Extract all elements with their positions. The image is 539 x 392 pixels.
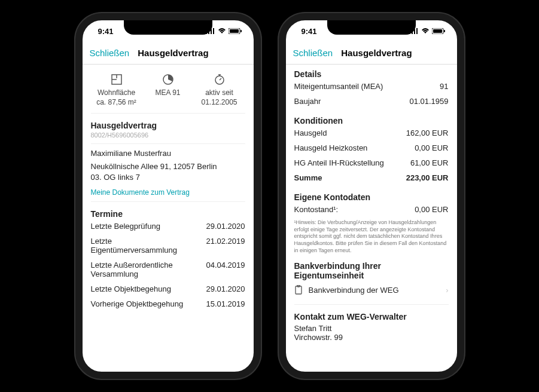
conditions-heading: Konditionen: [294, 116, 449, 125]
conditions-sum: Summe223,00 EUR: [294, 170, 449, 185]
chevron-right-icon: ›: [446, 286, 448, 295]
list-item: Letzte Objektbegehung29.01.2020: [91, 281, 245, 296]
divider: [294, 304, 449, 305]
list-item: Letzte Eigentümerversammlung21.02.2019: [91, 234, 245, 258]
divider: [91, 201, 245, 202]
svg-rect-3: [213, 28, 214, 34]
contract-address: Neuköllnische Allee 91, 12057 Berlin 03.…: [91, 161, 245, 182]
list-item: Letzte Außerordentliche Versammlung04.04…: [91, 258, 245, 281]
phone-right: 9:41 Schließen Hausgeldvertrag Details M…: [279, 13, 464, 379]
notch: [124, 20, 212, 35]
status-time: 9:41: [98, 27, 114, 36]
dates-heading: Termine: [91, 209, 245, 219]
status-time: 9:41: [302, 27, 317, 36]
divider: [91, 143, 245, 144]
account-balance: Kontostand¹:0,00 EUR: [294, 202, 449, 217]
pie-icon: [142, 73, 194, 86]
contact-name: Stefan Tritt: [294, 324, 449, 333]
page-title: Hausgeldvertrag: [341, 48, 412, 58]
nav-bar: Schließen Hausgeldvertrag: [286, 42, 457, 65]
account-heading: Eigene Kontodaten: [294, 192, 449, 202]
contract-holder: Maximiliane Musterfrau: [91, 149, 245, 158]
close-button[interactable]: Schließen: [293, 48, 333, 58]
stat-area-value: ca. 87,56 m²: [91, 98, 142, 108]
contract-id: 8002/H5696005696: [91, 131, 245, 139]
list-item: Baujahr01.01.1959: [294, 94, 449, 109]
battery-icon: [432, 28, 445, 34]
bank-heading: Bankverbindung Ihrer Eigentumseinheit: [294, 261, 449, 280]
stat-mea: MEA 91: [142, 73, 194, 107]
wifi-icon: [218, 28, 226, 34]
phone-left: 9:41 Schließen Hausgeldvertrag Wohnfläch…: [75, 13, 261, 379]
svg-rect-21: [444, 30, 445, 32]
list-item: Hausgeld162,00 EUR: [294, 125, 449, 140]
list-item: HG Anteil IH-Rückstellung61,00 EUR: [294, 155, 449, 170]
stat-area-label: Wohnfläche: [91, 88, 142, 98]
close-button[interactable]: Schließen: [90, 48, 130, 58]
documents-link[interactable]: Meine Dokumente zum Vertrag: [91, 188, 245, 197]
stopwatch-icon: [194, 73, 245, 86]
details-heading: Details: [294, 69, 449, 79]
bank-link-label: Bankverbindung der WEG: [309, 286, 399, 295]
floorplan-icon: [91, 73, 142, 86]
stat-area: Wohnfläche ca. 87,56 m²: [91, 73, 142, 107]
stat-active: aktiv seit 01.12.2005: [194, 73, 245, 107]
nav-bar: Schließen Hausgeldvertrag: [83, 42, 254, 65]
page-title: Hausgeldvertrag: [138, 48, 208, 58]
content-right: Details Miteigentumsanteil (MEA)91 Bauja…: [286, 65, 457, 372]
contact-address: Virchowstr. 99: [294, 333, 449, 342]
summary-stats: Wohnfläche ca. 87,56 m² MEA 91 aktiv sei…: [91, 65, 245, 114]
content-left: Wohnfläche ca. 87,56 m² MEA 91 aktiv sei…: [83, 65, 254, 372]
list-item: Hausgeld Heizkosten0,00 EUR: [294, 140, 449, 155]
battery-icon: [229, 28, 242, 34]
bank-link[interactable]: Bankverbindung der WEG ›: [294, 280, 449, 299]
account-hint: ¹Hinweis: Die Verbuchung/Anzeige von Hau…: [294, 219, 449, 254]
dates-list: Letzte Belegprüfung29.01.2020 Letzte Eig…: [91, 219, 245, 311]
contact-heading: Kontakt zum WEG-Verwalter: [294, 312, 449, 321]
list-item: Vorherige Objektbegehung15.01.2019: [91, 296, 245, 311]
list-item: Letzte Belegprüfung29.01.2020: [91, 219, 245, 234]
contract-heading: Hausgeldvertrag: [91, 121, 245, 130]
svg-rect-18: [416, 28, 418, 34]
svg-rect-6: [240, 30, 242, 32]
svg-rect-20: [433, 29, 442, 33]
wifi-icon: [421, 28, 430, 34]
svg-rect-22: [296, 286, 302, 294]
stat-active-value: 01.12.2005: [194, 98, 245, 108]
notch: [327, 20, 416, 35]
svg-line-12: [220, 78, 221, 80]
stat-active-label: aktiv seit: [194, 88, 245, 98]
svg-rect-5: [230, 29, 239, 33]
list-item: Miteigentumsanteil (MEA)91: [294, 79, 449, 94]
stat-mea-label: MEA 91: [142, 88, 194, 98]
clipboard-icon: [294, 285, 303, 295]
